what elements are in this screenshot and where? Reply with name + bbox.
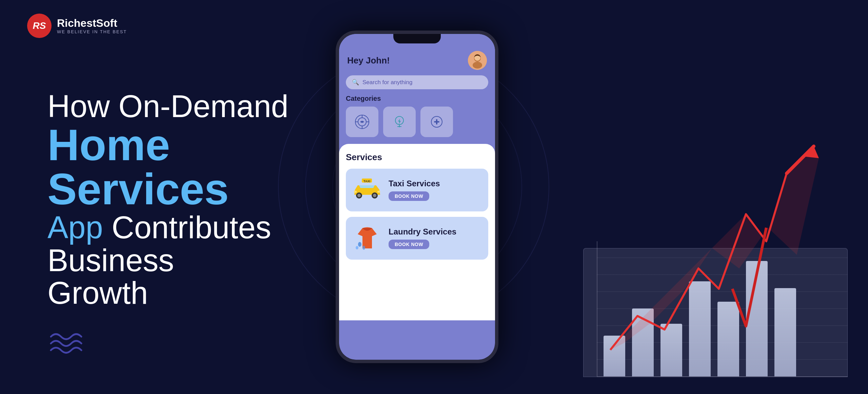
laundry-service-info: Laundry Services BOOK NOW (389, 227, 482, 249)
taxi-book-now-button[interactable]: BOOK NOW (389, 191, 429, 201)
growth-chart-svg (583, 139, 848, 377)
repair-icon (355, 114, 370, 129)
heading-app-word: App (47, 210, 103, 245)
category-card-repair[interactable] (346, 107, 378, 137)
phone-frame: Hey John! 🔍 Search for anything (336, 31, 498, 363)
app-search-bar[interactable]: 🔍 Search for anything (346, 75, 488, 89)
laundry-icon-area (352, 223, 382, 254)
categories-list (339, 107, 495, 144)
svg-rect-22 (377, 191, 380, 193)
chart-area (583, 139, 848, 377)
app-greeting: Hey John! (347, 55, 390, 66)
svg-point-25 (362, 246, 365, 250)
category-card-tools[interactable] (420, 107, 453, 137)
phone-screen: Hey John! 🔍 Search for anything (339, 34, 495, 360)
phone-notch (393, 34, 441, 43)
laundry-book-now-button[interactable]: BOOK NOW (389, 240, 429, 249)
app-avatar (468, 51, 487, 70)
laundry-service-card: Laundry Services BOOK NOW (346, 217, 488, 260)
squiggle-icon (47, 330, 88, 357)
services-section: Services TAXI (339, 144, 495, 320)
services-title: Services (346, 152, 488, 163)
heading-line-4: Growth (47, 277, 332, 309)
taxi-icon: TAXI (352, 178, 382, 202)
laundry-icon (352, 225, 382, 252)
laundry-service-name: Laundry Services (389, 227, 482, 236)
hero-section: How On-Demand Home Services App Contribu… (27, 0, 332, 394)
category-card-electric[interactable] (383, 107, 416, 137)
main-heading: How On-Demand Home Services App Contribu… (47, 90, 332, 309)
svg-rect-15 (436, 119, 437, 125)
electric-icon (392, 114, 407, 129)
svg-point-26 (356, 246, 358, 249)
heading-line-3: App Contributes Business (47, 211, 332, 277)
search-icon: 🔍 (352, 79, 359, 86)
svg-marker-29 (610, 146, 819, 350)
svg-point-24 (358, 242, 361, 247)
svg-rect-23 (354, 191, 357, 193)
svg-text:TAXI: TAXI (363, 180, 370, 183)
taxi-service-info: Taxi Services BOOK NOW (389, 179, 482, 201)
heading-line-2: Home Services (47, 123, 332, 211)
search-placeholder: Search for anything (362, 79, 412, 86)
svg-point-21 (373, 194, 376, 197)
taxi-service-card: TAXI (346, 169, 488, 211)
categories-label: Categories (339, 95, 495, 107)
squiggle-decoration (47, 330, 332, 358)
heading-line-1: How On-Demand (47, 90, 332, 123)
taxi-icon-area: TAXI (352, 175, 382, 205)
taxi-service-name: Taxi Services (389, 179, 482, 188)
svg-point-19 (357, 194, 361, 197)
tools-icon (429, 114, 444, 129)
svg-point-2 (473, 62, 482, 69)
phone-container: Hey John! 🔍 Search for anything (312, 10, 522, 383)
